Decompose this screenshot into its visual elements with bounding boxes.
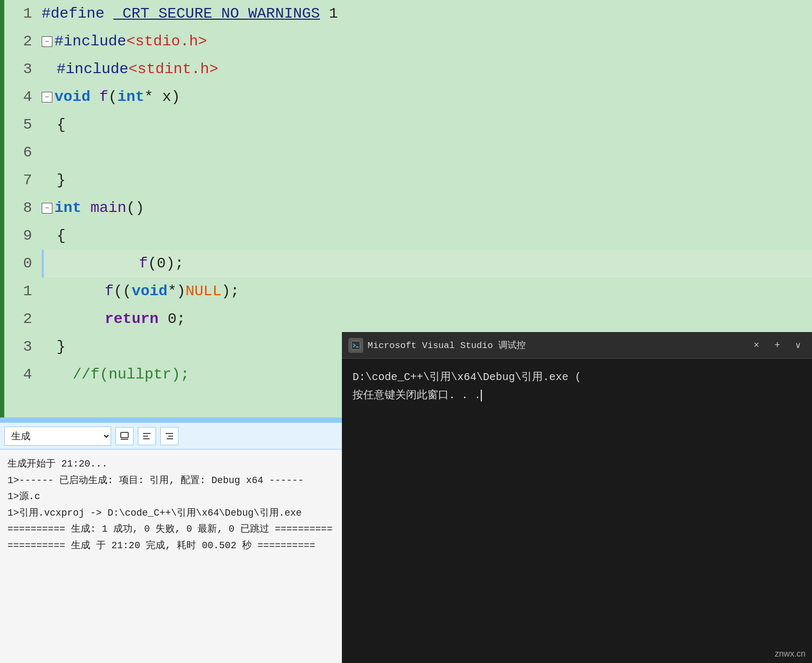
terminal-more-button[interactable]: ∨ [791,338,806,353]
code-line-1: #define _CRT_SECURE_NO_WARNINGS 1 [42,0,812,28]
line-num-10: 0 [23,250,32,278]
line-num-9: 9 [23,222,32,250]
terminal-new-tab-button[interactable]: + [768,338,786,353]
code-line-7: } [42,167,812,194]
panel-dropdown[interactable]: 生成 调试 输出 错误列表 [4,427,111,446]
line-num-12: 2 [23,305,32,333]
line-num-8: 8 [23,194,32,222]
code-line-6 [42,139,812,167]
line-num-14: 4 [23,361,32,389]
panel-toolbar: 生成 调试 输出 错误列表 [0,423,342,449]
code-line-3: #include<stdint.h> [42,56,812,83]
debug-terminal: Microsoft Visual Studio 调试控 × + ∨ D:\cod… [342,332,812,663]
code-line-5: { [42,111,812,139]
line-num-4: 4 [23,83,32,111]
bottom-panel: 生成 调试 输出 错误列表 [0,422,342,663]
output-line-3: 1>源.c [7,488,334,505]
code-line-9: { [42,222,812,250]
panel-icon-btn-1[interactable] [115,427,134,445]
panel-icon-btn-2[interactable] [138,427,156,445]
watermark: znwx.cn [775,649,806,659]
panel-output: 生成开始于 21:20... 1>------ 已启动生成: 项目: 引用, 配… [0,449,342,663]
line-num-3: 3 [23,56,32,83]
code-line-11: f (( void *) NULL ); [42,278,812,305]
line-num-11: 1 [23,278,32,305]
code-line-10: f (0); [42,250,812,278]
code-line-4: − void f ( int * x) [42,83,812,111]
line-num-1: 1 [23,0,32,28]
line-num-2: 2 [23,28,32,56]
output-line-5: ========== 生成: 1 成功, 0 失败, 0 最新, 0 已跳过 =… [7,521,334,538]
terminal-title: Microsoft Visual Studio 调试控 [368,339,745,351]
terminal-prompt-line: 按任意键关闭此窗口. . . [353,386,801,405]
fold-btn-4[interactable]: − [42,92,52,102]
code-line-8: − int main () [42,194,812,222]
define-keyword: #define [42,2,105,26]
output-line-4: 1>引用.vcxproj -> D:\code_C++\引用\x64\Debug… [7,505,334,522]
active-line-indicator [42,250,44,278]
define-name: _CRT_SECURE_NO_WARNINGS [113,2,319,26]
fold-btn-8[interactable]: − [42,203,52,214]
output-line-6: ========== 生成 于 21:20 完成, 耗时 00.502 秒 ==… [7,538,334,554]
line-numbers: 1 2 3 4 5 6 7 8 9 0 1 2 3 4 [4,0,36,422]
line-num-13: 3 [23,333,32,361]
output-line-1: 生成开始于 21:20... [7,456,334,472]
line-num-5: 5 [23,111,32,139]
output-line-2: 1>------ 已启动生成: 项目: 引用, 配置: Debug x64 --… [7,472,334,489]
line-num-6: 6 [23,139,32,167]
code-line-12: return 0; [42,305,812,333]
line-num-7: 7 [23,167,32,194]
left-indicator-bar [0,0,4,422]
terminal-cursor [481,390,482,401]
panel-separator [0,417,342,422]
code-line-2: − #include<stdio.h> [42,28,812,56]
terminal-app-icon [348,338,363,353]
terminal-close-button[interactable]: × [749,338,764,353]
terminal-content: D:\code_C++\引用\x64\Debug\引用.exe ( 按任意键关闭… [342,359,812,663]
terminal-path-line: D:\code_C++\引用\x64\Debug\引用.exe ( [353,368,801,386]
terminal-titlebar: Microsoft Visual Studio 调试控 × + ∨ [342,332,812,359]
fold-btn-2[interactable]: − [42,36,52,47]
panel-icon-btn-3[interactable] [160,427,178,445]
svg-rect-0 [121,432,128,438]
